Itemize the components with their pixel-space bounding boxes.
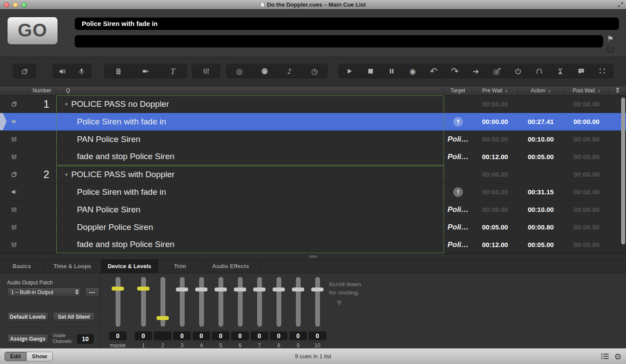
camera-cue-button[interactable]: [132, 65, 159, 78]
timecode-cue-button[interactable]: ◷: [302, 65, 327, 78]
cue-row[interactable]: 2▾POLICE PASS with Doppler00:00.0000:00.…: [0, 166, 626, 183]
tab-trim[interactable]: Trim: [158, 259, 202, 273]
audio-output-patch-select[interactable]: 1 – Built-in Output: [7, 288, 81, 297]
post-wait-value[interactable]: 00:00.00: [564, 148, 609, 165]
tab-audio-effects[interactable]: Audio Effects: [202, 259, 259, 273]
pre-wait-value[interactable]: 00:00.00: [472, 113, 518, 130]
cue-row[interactable]: 1▾POLICE PASS no Doppler00:00.0000:00.00: [0, 95, 626, 113]
assign-gangs-button[interactable]: Assign Gangs: [7, 334, 48, 343]
fader-value[interactable]: [154, 331, 171, 340]
cue-name-cell[interactable]: Doppler Police Siren: [56, 218, 444, 236]
fader-track[interactable]: [180, 277, 185, 327]
fader-track[interactable]: [116, 277, 120, 327]
fader-value[interactable]: 0: [193, 331, 210, 340]
cue-row[interactable]: Doppler Police SirenPoli…00:05.0000:00.8…: [0, 218, 626, 236]
disclosure-triangle-icon[interactable]: ▾: [65, 171, 68, 178]
fader-track[interactable]: [257, 277, 262, 327]
cue-name-cell[interactable]: Police Siren with fade in: [56, 183, 444, 200]
fader-value[interactable]: 0: [212, 331, 229, 340]
action-value[interactable]: [518, 166, 564, 183]
pre-wait-value[interactable]: 00:00.00: [472, 183, 518, 200]
cue-row[interactable]: PAN Police SirenPoli…00:00.0000:10.0000:…: [0, 201, 626, 218]
action-value[interactable]: 00:10.00: [518, 131, 564, 148]
fader-handle[interactable]: [253, 288, 266, 291]
mic-cue-button[interactable]: [72, 65, 91, 78]
fader-handle[interactable]: [215, 288, 227, 291]
notes-button[interactable]: [571, 65, 592, 78]
record-button[interactable]: ◉: [402, 65, 423, 78]
column-continue[interactable]: [609, 86, 626, 95]
panic-button[interactable]: [507, 65, 528, 78]
cue-name-cell[interactable]: fade and stop Police Siren: [56, 148, 444, 165]
pre-wait-value[interactable]: 00:12.00: [472, 236, 518, 253]
stop-button[interactable]: [360, 65, 381, 78]
post-wait-value[interactable]: 00:00.00: [564, 236, 609, 253]
fader-handle[interactable]: [311, 288, 324, 291]
undo-button[interactable]: ↶: [423, 65, 444, 78]
column-action[interactable]: Action›: [518, 86, 564, 95]
edit-patch-button[interactable]: •••: [85, 288, 100, 297]
post-wait-value[interactable]: 00:00.00: [564, 166, 609, 183]
target-cue-button[interactable]: ◎: [227, 65, 252, 78]
audio-cue-button[interactable]: [53, 65, 72, 78]
music-cue-button[interactable]: ♪: [277, 65, 302, 78]
fader-handle[interactable]: [156, 316, 169, 320]
preview-button[interactable]: [528, 65, 550, 78]
redo-button[interactable]: ↷: [444, 65, 466, 78]
tab-basics[interactable]: Basics: [0, 259, 44, 273]
action-value[interactable]: 00:31.15: [518, 183, 564, 200]
play-button[interactable]: [339, 65, 360, 78]
fader-value[interactable]: 0: [270, 331, 288, 340]
cue-name-cell[interactable]: ▾POLICE PASS no Doppler: [56, 95, 444, 113]
fader-handle[interactable]: [176, 288, 188, 291]
action-value[interactable]: [518, 95, 564, 113]
panel-splitter[interactable]: [0, 254, 626, 259]
fader-track[interactable]: [238, 277, 243, 327]
fader-value[interactable]: 0: [135, 331, 152, 340]
column-post-wait[interactable]: Post Wait›: [564, 86, 609, 95]
post-wait-value[interactable]: 00:00.00: [564, 183, 609, 200]
cue-row[interactable]: Police Siren with fade in↑00:00.0000:31.…: [0, 183, 626, 201]
set-all-silent-button[interactable]: Set All Silent: [53, 312, 95, 321]
post-wait-value[interactable]: 00:00.00: [564, 218, 609, 236]
cue-name-cell[interactable]: Police Siren with fade in: [56, 113, 444, 130]
fader-track[interactable]: [141, 277, 146, 327]
pre-wait-value[interactable]: 00:00.00: [472, 166, 518, 183]
pre-wait-value[interactable]: 00:12.00: [472, 148, 518, 165]
action-value[interactable]: 00:05.00: [518, 236, 564, 253]
fader-handle[interactable]: [234, 288, 246, 291]
action-value[interactable]: 00:00.80: [518, 218, 564, 236]
go-button[interactable]: GO: [7, 17, 58, 45]
fader-handle[interactable]: [137, 287, 149, 291]
pre-wait-value[interactable]: 00:00.00: [472, 131, 518, 148]
cue-name-cell[interactable]: PAN Police Siren: [56, 201, 444, 218]
group-cue-button[interactable]: [14, 65, 36, 78]
midi-cue-button[interactable]: [252, 65, 277, 78]
fader-value[interactable]: 0: [289, 331, 307, 340]
fader-value[interactable]: 0: [173, 331, 191, 340]
workspaces-button[interactable]: ∷: [592, 65, 613, 78]
cue-name-cell[interactable]: PAN Police Siren: [56, 131, 444, 148]
cue-name-cell[interactable]: ▾POLICE PASS with Doppler: [56, 166, 444, 183]
cue-row[interactable]: fade and stop Police SirenPoli…00:12.000…: [0, 148, 626, 166]
column-q[interactable]: Q: [56, 86, 444, 95]
fader-handle[interactable]: [273, 288, 285, 291]
action-value[interactable]: 00:05.00: [518, 148, 564, 165]
fader-value[interactable]: 0: [309, 331, 326, 340]
fader-handle[interactable]: [292, 288, 304, 291]
post-wait-value[interactable]: 00:00.00: [564, 201, 609, 218]
fullscreen-resize-icon[interactable]: [618, 2, 623, 7]
video-cue-button[interactable]: [105, 65, 132, 78]
pre-wait-value[interactable]: 00:00.00: [472, 201, 518, 218]
table-scrollbar-thumb[interactable]: [621, 98, 625, 244]
wait-button[interactable]: [550, 65, 571, 78]
fader-track[interactable]: [277, 277, 281, 327]
column-target[interactable]: Target: [444, 86, 472, 95]
fader-value[interactable]: 0: [231, 331, 249, 340]
tab-device-levels[interactable]: Device & Levels: [101, 259, 158, 273]
disclosure-triangle-icon[interactable]: ▾: [65, 101, 68, 107]
fade-cue-button[interactable]: [193, 65, 220, 78]
action-value[interactable]: 00:27.41: [518, 113, 564, 130]
cue-name-cell[interactable]: fade and stop Police Siren: [56, 236, 444, 253]
tab-time-loops[interactable]: Time & Loops: [44, 259, 101, 273]
